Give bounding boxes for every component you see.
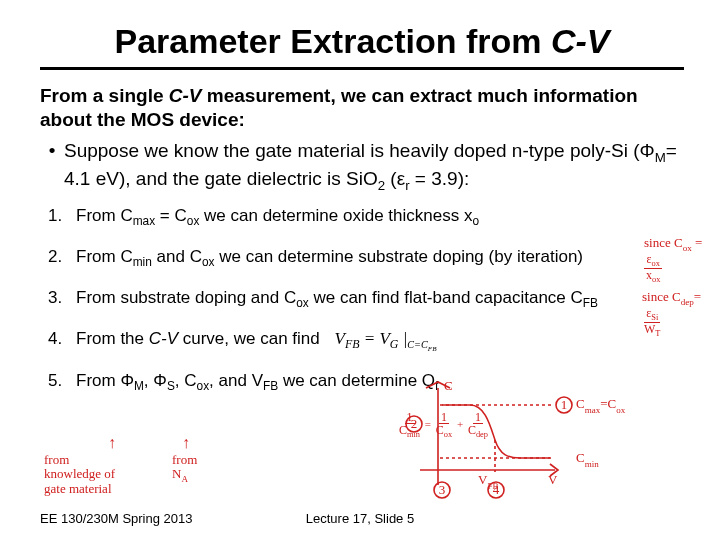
bullet-text: Suppose we know the gate material is hea… [64,138,684,195]
svg-text:Cmax=Cox: Cmax=Cox [576,396,626,415]
numbered-list: 1. From Cmax = Cox we can determine oxid… [48,205,684,395]
annotation-cdep-eq: since Cdep= εSiWT [642,290,714,339]
bullet-suppose: • Suppose we know the gate material is h… [40,138,684,195]
footer-center: Lecture 17, Slide 5 [253,511,466,526]
annotation-na: fromNA [172,453,212,484]
arrow-icon: ↑ [182,434,190,452]
slide-title: Parameter Extraction from C-V [40,22,684,61]
list-item: 2. From Cmin and Cox we can determine su… [48,246,684,271]
list-item: 1. From Cmax = Cox we can determine oxid… [48,205,684,230]
footer: EE 130/230M Spring 2013 Lecture 17, Slid… [40,511,680,526]
svg-text:VFB: VFB [478,472,498,491]
arrow-icon: ↑ [108,434,116,452]
annotation-gate-material: from knowledge of gate material [44,453,124,496]
list-item: 3. From substrate doping and Cox we can … [48,287,684,312]
cv-curve-sketch: 1 2 3 4 C V Cmax=Cox Cmin VFB 1 [400,380,650,510]
svg-text:Cmin: Cmin [576,450,599,469]
svg-text:3: 3 [439,482,446,497]
eq-vfb: VFB = VG |C=CFB [335,329,437,348]
title-cv: C-V [551,22,610,60]
footer-left: EE 130/230M Spring 2013 [40,511,253,526]
svg-text:C: C [444,380,453,393]
annotation-cmin-eq: 1Cmin = 1Cox + 1Cdep [397,411,490,440]
bullet-dot: • [40,138,64,195]
title-text: Parameter Extraction from [114,22,551,60]
annotation-cox-eq: since Cox = εoxxox [644,236,712,285]
intro-text: From a single C-V measurement, we can ex… [40,84,684,132]
svg-text:1: 1 [561,397,568,412]
title-rule [40,67,684,70]
list-item: 4. From the C-V curve, we can find VFB =… [48,328,684,355]
svg-text:V: V [548,472,558,487]
